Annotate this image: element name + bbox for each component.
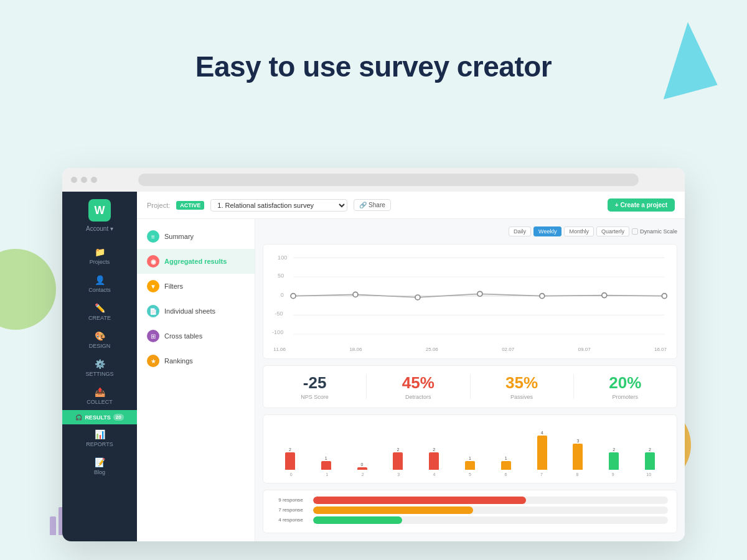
bar-2 [357, 467, 367, 470]
line-chart-svg: 100 50 0 -50 -100 [272, 251, 668, 343]
response-bar-row-0: 9 response [272, 497, 668, 504]
svg-text:-100: -100 [272, 329, 283, 335]
response-bar-fill-2 [313, 516, 402, 524]
bar-1 [321, 461, 331, 470]
create-icon: ✏️ [95, 303, 105, 313]
page-title: Easy to use survey creator [0, 0, 747, 84]
active-badge: ACTIVE [176, 201, 204, 210]
nps-detractors: 45% Detractors [367, 373, 469, 400]
svg-point-13 [477, 291, 482, 296]
chart-x-labels: 11.06 18.06 25.06 02.07 09.07 16.07 [272, 347, 668, 352]
bar-9 [609, 452, 619, 470]
filters-icon: ▼ [147, 280, 159, 292]
contacts-icon: 👤 [95, 275, 105, 285]
quarterly-button[interactable]: Quarterly [596, 226, 629, 236]
bar-6 [501, 461, 511, 470]
svg-text:50: 50 [278, 273, 284, 279]
projects-icon: 📁 [95, 247, 105, 257]
response-bars: 9 response 7 response 4 re [263, 490, 677, 533]
bar-group-8: 3 [560, 439, 596, 470]
chart-area: Daily Weekly Monthly Quarterly Dynamic S… [255, 219, 685, 541]
svg-point-15 [602, 293, 607, 298]
response-bar-row-1: 7 response [272, 506, 668, 514]
response-label-1: 7 response [272, 507, 309, 513]
nps-score-label: NPS Score [263, 394, 366, 400]
sub-nav-aggregated[interactable]: ◉ Aggregated results [137, 249, 255, 274]
sidebar-item-collect[interactable]: 📤 COLLECT [62, 382, 137, 410]
bar-group-4: 2 [416, 447, 452, 470]
sidebar-item-create[interactable]: ✏️ CREATE [62, 298, 137, 326]
bar-10 [645, 452, 655, 470]
x-label-1: 18.06 [349, 347, 362, 352]
browser-bar [62, 168, 685, 192]
design-icon: 🎨 [95, 331, 105, 341]
account-menu[interactable]: Account ▾ [86, 225, 113, 232]
bar-4 [429, 452, 439, 470]
aggregated-icon: ◉ [147, 255, 159, 268]
rankings-icon: ★ [147, 355, 159, 367]
browser-dot-yellow [81, 177, 87, 183]
x-label-2: 25.06 [426, 347, 438, 352]
nps-promoters-value: 20% [574, 373, 677, 393]
dynamic-scale-toggle[interactable]: Dynamic Scale [632, 228, 677, 235]
sidebar-item-settings[interactable]: ⚙️ SETTINGS [62, 354, 137, 382]
sidebar-item-projects[interactable]: 📁 Projects [62, 242, 137, 270]
bar-3 [393, 452, 403, 470]
sidebar-item-contacts[interactable]: 👤 Contacts [62, 270, 137, 298]
svg-text:-50: -50 [275, 310, 283, 317]
bar-0 [285, 452, 295, 470]
sub-nav-rankings[interactable]: ★ Rankings [137, 348, 255, 373]
response-bar-row-2: 4 response [272, 516, 668, 524]
sub-nav-individual-sheets[interactable]: 📄 Individual sheets [137, 299, 255, 324]
svg-point-10 [291, 294, 296, 299]
sidebar-item-reports[interactable]: 📊 REPORTS [62, 424, 137, 452]
browser-url-bar [138, 174, 639, 186]
sidebar: W Account ▾ 📁 Projects 👤 Contacts ✏️ CRE… [62, 192, 137, 541]
bar-group-3: 2 [380, 447, 416, 470]
svg-text:100: 100 [278, 254, 287, 261]
project-label: Project: [147, 202, 170, 209]
time-filter: Daily Weekly Monthly Quarterly Dynamic S… [263, 226, 677, 236]
nps-detractors-label: Detractors [367, 394, 469, 400]
nps-passives-label: Passives [471, 394, 573, 400]
response-bar-track-2 [313, 516, 668, 524]
browser-dot-green [91, 177, 97, 183]
bar-group-0: 2 [272, 447, 308, 470]
settings-icon: ⚙️ [95, 359, 105, 369]
summary-icon: ≡ [147, 230, 159, 243]
sub-nav-filters[interactable]: ▼ Filters [137, 274, 255, 299]
svg-point-12 [415, 295, 420, 300]
collect-icon: 📤 [95, 387, 105, 397]
individual-sheets-icon: 📄 [147, 305, 159, 317]
weekly-button[interactable]: Weekly [533, 226, 561, 236]
dynamic-scale-checkbox[interactable] [632, 228, 638, 235]
sidebar-logo[interactable]: W [88, 199, 111, 222]
sub-nav-summary[interactable]: ≡ Summary [137, 224, 255, 249]
browser-window: W Account ▾ 📁 Projects 👤 Contacts ✏️ CRE… [62, 168, 685, 541]
monthly-button[interactable]: Monthly [564, 226, 594, 236]
nps-detractors-value: 45% [367, 373, 469, 393]
response-bar-fill-1 [313, 506, 473, 514]
response-bar-track-1 [313, 506, 668, 514]
svg-text:0: 0 [281, 292, 284, 298]
cross-tables-icon: ⊞ [147, 330, 159, 342]
bar-group-1: 1 [308, 456, 344, 470]
response-label-2: 4 response [272, 517, 309, 523]
nps-passives: 35% Passives [471, 373, 573, 400]
project-select[interactable]: 1. Relational satisfaction survey [210, 199, 347, 212]
share-button[interactable]: 🔗 Share [354, 199, 390, 211]
sidebar-item-design[interactable]: 🎨 DESIGN [62, 326, 137, 354]
sidebar-item-blog[interactable]: 📝 Blog [62, 452, 137, 480]
sidebar-item-results[interactable]: 🎧 RESULTS 20 [62, 410, 137, 424]
response-bar-fill-0 [313, 497, 526, 504]
create-project-button[interactable]: + Create a project [608, 198, 675, 212]
sub-nav-cross-tables[interactable]: ⊞ Cross tables [137, 324, 255, 348]
decorative-bar [50, 516, 56, 535]
split-content: ≡ Summary ◉ Aggregated results ▼ Filters… [137, 219, 685, 541]
x-label-4: 09.07 [578, 347, 591, 352]
nps-promoters-label: Promoters [574, 394, 677, 400]
bar-group-2: 0 [344, 462, 380, 470]
daily-button[interactable]: Daily [509, 226, 531, 236]
response-bar-track-0 [313, 497, 668, 504]
sub-nav: ≡ Summary ◉ Aggregated results ▼ Filters… [137, 219, 255, 541]
